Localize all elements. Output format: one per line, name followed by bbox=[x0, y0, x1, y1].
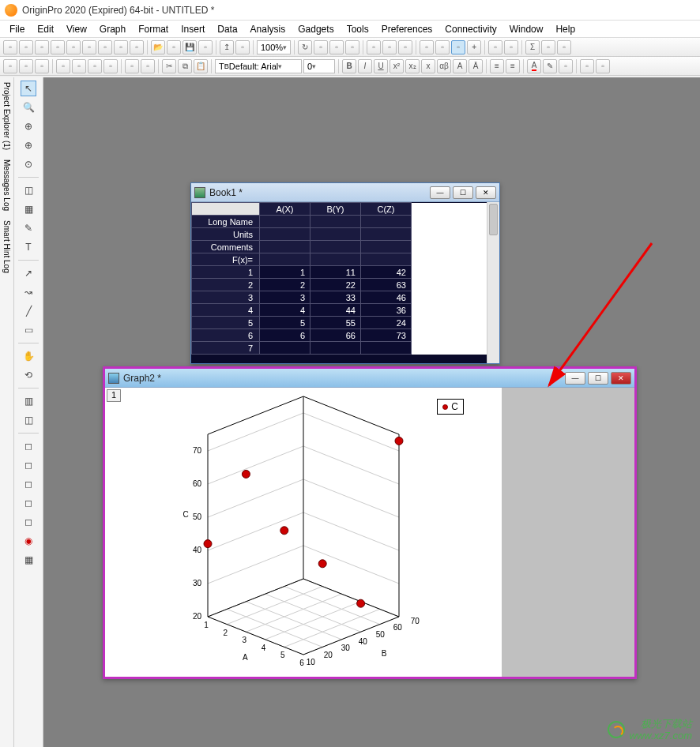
row-header[interactable]: 5 bbox=[192, 317, 260, 329]
new-workbook-icon[interactable]: ▫ bbox=[35, 40, 49, 54]
recalc-icon[interactable]: ▫ bbox=[435, 40, 450, 54]
row-header[interactable]: 2 bbox=[192, 279, 260, 291]
paste-icon[interactable]: 📋 bbox=[194, 59, 208, 73]
supersub-icon[interactable]: x bbox=[421, 59, 435, 73]
batch-icon[interactable]: ▫ bbox=[420, 40, 434, 54]
row-header[interactable]: Units bbox=[192, 228, 260, 241]
menu-graph[interactable]: Graph bbox=[93, 22, 132, 36]
menu-edit[interactable]: Edit bbox=[31, 22, 60, 36]
cell[interactable]: 6 bbox=[260, 329, 310, 342]
col-c[interactable]: C(Z) bbox=[361, 203, 412, 216]
digitize-icon[interactable]: ▫ bbox=[382, 40, 397, 54]
menu-help[interactable]: Help bbox=[549, 22, 581, 36]
selection-tool-icon[interactable]: ◫ bbox=[21, 182, 36, 198]
menu-preferences[interactable]: Preferences bbox=[375, 22, 439, 36]
col-corner[interactable] bbox=[192, 203, 260, 216]
extract-tool-icon[interactable]: ◻ bbox=[21, 514, 36, 530]
font-color-icon[interactable]: A bbox=[527, 59, 541, 73]
row-header[interactable]: 6 bbox=[192, 329, 260, 342]
cell[interactable]: 55 bbox=[310, 317, 361, 329]
col-b[interactable]: B(Y) bbox=[310, 203, 361, 216]
cell[interactable]: 36 bbox=[361, 304, 412, 317]
pan-tool-icon[interactable]: ✋ bbox=[21, 348, 36, 364]
vertical-scrollbar[interactable] bbox=[487, 202, 499, 363]
ws2-icon[interactable]: ▫ bbox=[35, 59, 49, 73]
cell[interactable]: 4 bbox=[260, 304, 310, 317]
cell[interactable]: 44 bbox=[310, 304, 361, 317]
tab-messages-log[interactable]: Messages Log bbox=[2, 160, 11, 211]
align2-icon[interactable]: ≡ bbox=[506, 59, 520, 73]
cell[interactable] bbox=[361, 342, 412, 355]
cell[interactable]: 22 bbox=[310, 279, 361, 291]
menu-analysis[interactable]: Analysis bbox=[244, 22, 292, 36]
italic-icon[interactable]: I bbox=[358, 59, 372, 73]
minimize-button[interactable]: — bbox=[430, 186, 450, 199]
refresh-icon[interactable]: ↻ bbox=[298, 40, 312, 54]
data-reader-tool-icon[interactable]: ⊕ bbox=[21, 137, 36, 153]
row-header[interactable]: 4 bbox=[192, 304, 260, 317]
color-scale-tool-icon[interactable]: ◉ bbox=[21, 533, 36, 549]
new-layout-icon[interactable]: ▫ bbox=[98, 40, 112, 54]
menu-window[interactable]: Window bbox=[503, 22, 550, 36]
math-icon[interactable]: ▫ bbox=[557, 40, 571, 54]
print-icon[interactable]: ▫ bbox=[235, 40, 250, 54]
minimize-button[interactable]: — bbox=[565, 372, 585, 385]
cut-icon[interactable]: ✂ bbox=[162, 59, 176, 73]
scrollbar-thumb[interactable] bbox=[489, 204, 498, 235]
app-icon[interactable]: ▫ bbox=[367, 40, 381, 54]
curved-arrow-tool-icon[interactable]: ↝ bbox=[21, 284, 36, 300]
tab-project-explorer[interactable]: Project Explorer (1) bbox=[2, 82, 11, 150]
save-template-icon[interactable]: ▫ bbox=[198, 40, 213, 54]
row-header[interactable]: Comments bbox=[192, 241, 260, 253]
rect-tool-icon[interactable]: ▭ bbox=[21, 322, 36, 338]
menu-insert[interactable]: Insert bbox=[175, 22, 211, 36]
line-color-icon[interactable]: ✎ bbox=[543, 59, 557, 73]
new-project-icon[interactable]: ▫ bbox=[3, 40, 17, 54]
arrow-tool-icon[interactable]: ↗ bbox=[21, 265, 36, 281]
new-table-tool-icon[interactable]: ▦ bbox=[21, 552, 36, 568]
menu-gadgets[interactable]: Gadgets bbox=[292, 22, 340, 36]
close-button[interactable]: ✕ bbox=[476, 186, 496, 199]
col-left-icon[interactable]: ▫ bbox=[88, 59, 102, 73]
maximize-button[interactable]: ☐ bbox=[588, 372, 608, 385]
cell[interactable]: 73 bbox=[361, 329, 412, 342]
align-icon[interactable]: ≡ bbox=[490, 59, 504, 73]
col-add-icon[interactable]: ▫ bbox=[56, 59, 70, 73]
notes-icon[interactable]: ▫ bbox=[114, 40, 128, 54]
cell[interactable]: 63 bbox=[361, 279, 412, 291]
row-header[interactable]: 7 bbox=[192, 342, 260, 355]
fill-color-icon[interactable]: ▫ bbox=[559, 59, 573, 73]
worksheet-table[interactable]: A(X) B(Y) C(Z) Long NameUnitsCommentsF(x… bbox=[191, 202, 499, 355]
palette-icon[interactable]: ▫ bbox=[580, 59, 594, 73]
cell[interactable]: 46 bbox=[361, 291, 412, 304]
chart-bars-icon[interactable]: ▫ bbox=[541, 40, 555, 54]
code-icon[interactable]: ▫ bbox=[329, 40, 344, 54]
row2-icon[interactable]: ▫ bbox=[141, 59, 155, 73]
fontsize-combo[interactable]: 0 ▾ bbox=[303, 59, 335, 73]
transfer-icon[interactable]: ▫ bbox=[488, 40, 502, 54]
mask-tool-icon[interactable]: ▦ bbox=[21, 201, 36, 217]
col-del-icon[interactable]: ▫ bbox=[72, 59, 86, 73]
book1-window[interactable]: Book1 * — ☐ ✕ A(X) B(Y) C(Z) bbox=[190, 182, 500, 364]
close-button[interactable]: ✕ bbox=[611, 372, 631, 385]
function-icon[interactable]: ▫ bbox=[130, 40, 144, 54]
add-icon[interactable]: + bbox=[467, 40, 481, 54]
lock-icon[interactable]: ▫ bbox=[504, 40, 518, 54]
cell[interactable]: 2 bbox=[260, 279, 310, 291]
inset-tool-icon[interactable]: ◫ bbox=[21, 412, 36, 428]
line-tool-icon[interactable]: ╱ bbox=[21, 303, 36, 319]
menu-file[interactable]: File bbox=[3, 22, 31, 36]
cell[interactable]: 33 bbox=[310, 291, 361, 304]
cell[interactable]: 42 bbox=[361, 266, 412, 279]
maximize-button[interactable]: ☐ bbox=[453, 186, 473, 199]
zoom-pan-tool-icon[interactable]: 🔍 bbox=[21, 99, 36, 115]
pointer-tool-icon[interactable]: ↖ bbox=[21, 81, 36, 96]
import-icon[interactable]: ↥ bbox=[220, 40, 234, 54]
new-folder-icon[interactable]: ▫ bbox=[19, 40, 33, 54]
cursor-tool-icon[interactable]: ⊙ bbox=[21, 156, 36, 172]
font-combo[interactable]: TB Default: Arial ▾ bbox=[215, 59, 302, 73]
overline-icon[interactable]: Ā bbox=[469, 59, 483, 73]
cell[interactable]: 24 bbox=[361, 317, 412, 329]
menu-tools[interactable]: Tools bbox=[341, 22, 375, 36]
slideshow-icon[interactable]: ▫ bbox=[345, 40, 359, 54]
